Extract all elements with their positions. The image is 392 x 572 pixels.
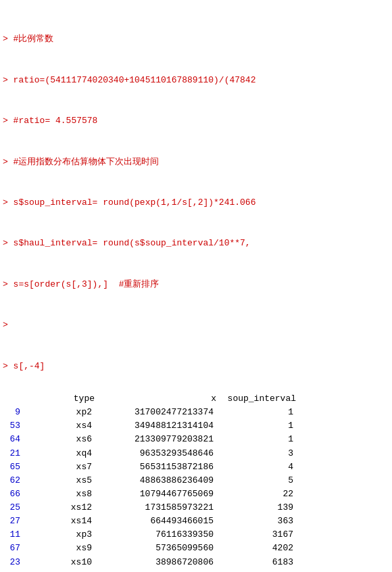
row-type: xs9 <box>23 542 97 555</box>
row-number: 21 <box>3 447 23 460</box>
table-row: 66xs81079446776506922 <box>3 487 389 501</box>
table-row: 53xs43494881213141041 <box>3 419 389 433</box>
console-line-2: > ratio=(54111774020340+1045110167889110… <box>3 74 389 87</box>
col-header-soup: soup_interval <box>222 392 296 406</box>
row-type: xs4 <box>23 419 97 433</box>
data-table: type x soup_interval 9xp2317002477213374… <box>0 392 392 572</box>
row-type: xp2 <box>23 406 97 419</box>
col-header-type: type <box>26 392 100 406</box>
table-row: 29xs16249008097319681 <box>3 569 389 572</box>
row-number: 65 <box>3 460 23 474</box>
console-line-9: > s[,-4] <box>3 360 389 373</box>
table-row: 9xp23170024772133741 <box>3 406 389 419</box>
console-line-4: > #运用指数分布估算物体下次出现时间 <box>3 156 389 169</box>
row-x: 349488121314104 <box>97 419 219 433</box>
row-x: 48863886236409 <box>97 474 219 487</box>
row-type: xs5 <box>23 474 97 487</box>
col-header-x: x <box>100 392 222 406</box>
table-row: 23xs10389867208066183 <box>3 556 389 569</box>
row-x: 96353293548646 <box>97 447 219 460</box>
row-soup-interval: 3 <box>219 447 293 460</box>
row-type: xs7 <box>23 460 97 474</box>
row-number: 27 <box>3 515 23 528</box>
row-soup-interval: 22 <box>219 487 293 501</box>
row-type: xs12 <box>23 501 97 515</box>
table-row: 67xs9573650995604202 <box>3 542 389 555</box>
console-line-3: > #ratio= 4.557578 <box>3 114 389 128</box>
row-x: 1731585973221 <box>97 501 219 515</box>
row-soup-interval: 5 <box>219 474 293 487</box>
table-row: 25xs121731585973221139 <box>3 501 389 515</box>
row-number: 67 <box>3 542 23 555</box>
row-number: 53 <box>3 419 23 433</box>
row-soup-interval: 3167 <box>219 528 293 542</box>
row-x: 24900809731 <box>97 569 219 572</box>
row-number: 9 <box>3 406 23 419</box>
row-soup-interval: 1 <box>219 419 293 433</box>
table-header: type x soup_interval <box>3 392 389 406</box>
row-soup-interval: 139 <box>219 501 293 515</box>
row-x: 76116339350 <box>97 528 219 542</box>
row-x: 317002477213374 <box>97 406 219 419</box>
console-line-6: > s$haul_interval= round(s$soup_interval… <box>3 237 389 250</box>
row-number: 64 <box>3 433 23 446</box>
table-row: 64xs62133097792038211 <box>3 433 389 446</box>
row-type: xs8 <box>23 487 97 501</box>
table-row: 11xp3761163393503167 <box>3 528 389 542</box>
row-type: xs16 <box>23 569 97 572</box>
row-number: 62 <box>3 474 23 487</box>
row-type: xs6 <box>23 433 97 446</box>
row-soup-interval: 9681 <box>219 569 293 572</box>
row-x: 664493466015 <box>97 515 219 528</box>
row-number: 11 <box>3 528 23 542</box>
row-number: 25 <box>3 501 23 515</box>
row-number: 66 <box>3 487 23 501</box>
row-soup-interval: 1 <box>219 433 293 446</box>
row-x: 10794467765069 <box>97 487 219 501</box>
row-x: 213309779203821 <box>97 433 219 446</box>
row-soup-interval: 363 <box>219 515 293 528</box>
table-row: 65xs7565311538721864 <box>3 460 389 474</box>
row-x: 57365099560 <box>97 542 219 555</box>
console-line-7: > s=s[order(s[,3]),] #重新排序 <box>3 278 389 291</box>
table-row: 21xq4963532935486463 <box>3 447 389 460</box>
row-soup-interval: 4 <box>219 460 293 474</box>
table-body: 9xp2317002477213374153xs4349488121314104… <box>3 406 389 572</box>
console-output: > #比例常数 > ratio=(54111774020340+10451101… <box>0 0 392 392</box>
console-line-8: > <box>3 318 389 332</box>
console-line-1: > #比例常数 <box>3 32 389 46</box>
row-soup-interval: 4202 <box>219 542 293 555</box>
row-type: xs10 <box>23 556 97 569</box>
row-type: xq4 <box>23 447 97 460</box>
table-row: 62xs5488638862364095 <box>3 474 389 487</box>
console-line-5: > s$soup_interval= round(pexp(1,1/s[,2])… <box>3 196 389 210</box>
row-number: 23 <box>3 556 23 569</box>
row-type: xp3 <box>23 528 97 542</box>
row-x: 56531153872186 <box>97 460 219 474</box>
table-row: 27xs14664493466015363 <box>3 515 389 528</box>
row-soup-interval: 1 <box>219 406 293 419</box>
row-x: 38986720806 <box>97 556 219 569</box>
row-type: xs14 <box>23 515 97 528</box>
row-number: 29 <box>3 569 23 572</box>
row-soup-interval: 6183 <box>219 556 293 569</box>
